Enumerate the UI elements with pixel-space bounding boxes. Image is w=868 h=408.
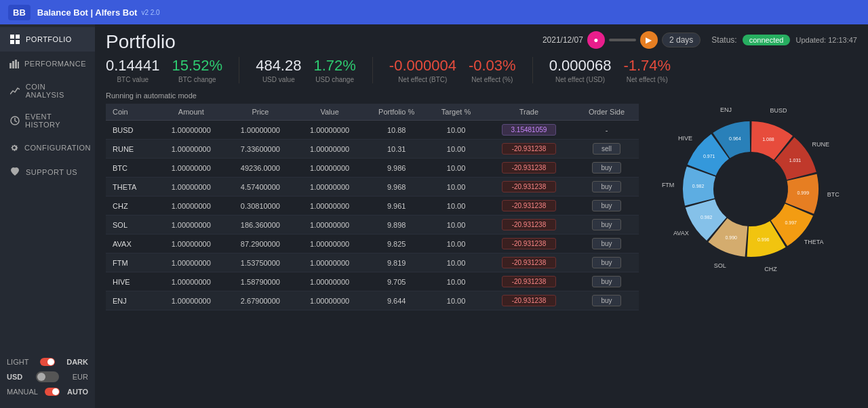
cell-portfolio-pct: 9.705 xyxy=(364,272,429,291)
svg-rect-2 xyxy=(10,40,14,44)
cell-amount: 1.00000000 xyxy=(157,178,226,197)
order-side-button[interactable]: buy xyxy=(592,276,620,287)
cell-coin: CHZ xyxy=(106,197,157,216)
order-side-button[interactable]: buy xyxy=(592,219,620,230)
net-btc-metrics: -0.000004 Net effect (BTC) -0.03% Net ef… xyxy=(389,57,533,83)
currency-toggle[interactable] xyxy=(36,371,59,382)
cell-price: 4.57400000 xyxy=(226,178,295,197)
sidebar-item-performance[interactable]: PERFORMANCE xyxy=(0,52,95,76)
cell-order-side[interactable]: sell xyxy=(574,140,639,159)
cell-order-side[interactable]: buy xyxy=(574,253,639,272)
order-side-button[interactable]: buy xyxy=(592,200,620,211)
outer-label-AVAX: AVAX xyxy=(673,230,689,237)
col-trade: Trade xyxy=(484,104,574,121)
portfolio-table-section: Running in automatic mode Coin Amount Pr… xyxy=(106,89,639,403)
order-side-button[interactable]: buy xyxy=(592,257,620,268)
table-row: BUSD 1.00000000 1.00000000 1.00000000 10… xyxy=(106,121,639,140)
eur-label: EUR xyxy=(73,373,88,381)
next-date-button[interactable]: ▶ xyxy=(640,31,658,49)
dark-label: DARK xyxy=(66,358,88,366)
sidebar-item-configuration[interactable]: CONFIGURATION xyxy=(0,136,95,160)
sidebar: PORTFOLIO PERFORMANCE COIN ANALYSIS EVEN… xyxy=(0,24,95,408)
sidebar-item-event-history[interactable]: EVENT HISTORY xyxy=(0,106,95,136)
col-coin: Coin xyxy=(106,104,157,121)
order-side-button[interactable]: buy xyxy=(592,295,620,306)
slice-label-SOL: 0.990 xyxy=(725,235,737,240)
btc-value-metric: 0.14441 BTC value xyxy=(106,57,160,83)
slice-label-BUSD: 1.088 xyxy=(762,137,774,142)
cell-order-side[interactable]: buy xyxy=(574,159,639,178)
cell-trade: -20.931238 xyxy=(484,197,574,216)
cell-order-side[interactable]: buy xyxy=(574,178,639,197)
table-row: RUNE 1.00000000 7.33600000 1.00000000 10… xyxy=(106,140,639,159)
net-pct2-metric: -1.74% Net effect (%) xyxy=(623,57,671,83)
theme-toggle-switch[interactable] xyxy=(40,358,55,366)
cell-price: 1.53750000 xyxy=(226,253,295,272)
net-pct1-metric: -0.03% Net effect (%) xyxy=(469,57,516,83)
slice-label-HIVE: 0.971 xyxy=(703,154,715,159)
cell-target-pct: 10.00 xyxy=(429,140,484,159)
theme-toggle-row: LIGHT DARK xyxy=(7,358,88,366)
sidebar-item-portfolio[interactable]: PORTFOLIO xyxy=(0,27,95,52)
sidebar-label-portfolio: PORTFOLIO xyxy=(26,35,72,43)
cell-order-side[interactable]: buy xyxy=(574,291,639,310)
slice-label-THETA: 0.997 xyxy=(785,220,797,225)
table-row: AVAX 1.00000000 87.2900000 1.00000000 9.… xyxy=(106,234,639,253)
table-row: SOL 1.00000000 186.360000 1.00000000 9.8… xyxy=(106,216,639,234)
cell-order-side[interactable]: buy xyxy=(574,216,639,234)
outer-label-CHZ: CHZ xyxy=(764,266,777,272)
outer-label-ENJ: ENJ xyxy=(720,106,732,113)
grid-icon xyxy=(9,34,20,45)
sidebar-label-coin-analysis: COIN ANALYSIS xyxy=(26,83,85,99)
cell-portfolio-pct: 9.644 xyxy=(364,291,429,310)
cell-order-side[interactable]: buy xyxy=(574,234,639,253)
cell-trade: -20.931238 xyxy=(484,178,574,197)
cell-price: 49236.0000 xyxy=(226,159,295,178)
usd-change: 1.72% xyxy=(313,57,355,75)
page-header: Portfolio 2021/12/07 ● ▶ 2 days Status: … xyxy=(95,24,868,57)
date-text: 2021/12/07 xyxy=(542,35,583,45)
theme-toggle[interactable] xyxy=(40,358,55,366)
cell-value: 1.00000000 xyxy=(295,197,364,216)
running-mode-text: Running in automatic mode xyxy=(106,89,639,104)
sidebar-label-support-us: SUPPORT US xyxy=(26,168,77,176)
btc-change: 15.52% xyxy=(172,57,223,75)
days-badge: 2 days xyxy=(662,33,701,47)
order-side-button[interactable]: buy xyxy=(592,181,620,192)
cell-portfolio-pct: 9.819 xyxy=(364,253,429,272)
page-title: Portfolio xyxy=(106,31,176,53)
table-row: ENJ 1.00000000 2.67900000 1.00000000 9.6… xyxy=(106,291,639,310)
svg-rect-0 xyxy=(10,35,14,39)
sidebar-item-coin-analysis[interactable]: COIN ANALYSIS xyxy=(0,76,95,106)
cell-trade: -20.931238 xyxy=(484,159,574,178)
outer-label-HIVE: HIVE xyxy=(678,135,692,142)
mode-toggle-switch[interactable] xyxy=(45,388,60,396)
cell-coin: BTC xyxy=(106,159,157,178)
cell-price: 1.00000000 xyxy=(226,121,295,140)
cell-order-side[interactable]: buy xyxy=(574,272,639,291)
order-side-button[interactable]: sell xyxy=(593,143,620,155)
cell-target-pct: 10.00 xyxy=(429,291,484,310)
svg-rect-3 xyxy=(16,40,20,44)
prev-date-button[interactable]: ● xyxy=(587,31,605,49)
mode-toggle[interactable] xyxy=(45,388,60,396)
currency-toggle-row: USD EUR xyxy=(7,371,88,382)
order-side-button[interactable]: buy xyxy=(592,238,620,249)
col-target-pct: Target % xyxy=(429,104,484,121)
cell-order-side[interactable]: buy xyxy=(574,197,639,216)
heart-icon xyxy=(9,167,20,178)
sidebar-label-event-history: EVENT HISTORY xyxy=(25,113,85,129)
line-chart-icon xyxy=(9,85,20,96)
order-side-button[interactable]: buy xyxy=(592,162,620,174)
cell-amount: 1.00000000 xyxy=(157,159,226,178)
net-pct2-label: Net effect (%) xyxy=(627,76,668,83)
cell-price: 2.67900000 xyxy=(226,291,295,310)
app-version: v2 2.0 xyxy=(141,9,159,16)
cell-portfolio-pct: 9.825 xyxy=(364,234,429,253)
sidebar-item-support-us[interactable]: SUPPORT US xyxy=(0,160,95,184)
manual-label: MANUAL xyxy=(7,388,38,396)
cell-portfolio-pct: 9.961 xyxy=(364,197,429,216)
portfolio-table: Coin Amount Price Value Portfolio % Targ… xyxy=(106,104,639,310)
svg-rect-4 xyxy=(9,63,12,68)
cell-trade: 3.15481059 xyxy=(484,121,574,140)
